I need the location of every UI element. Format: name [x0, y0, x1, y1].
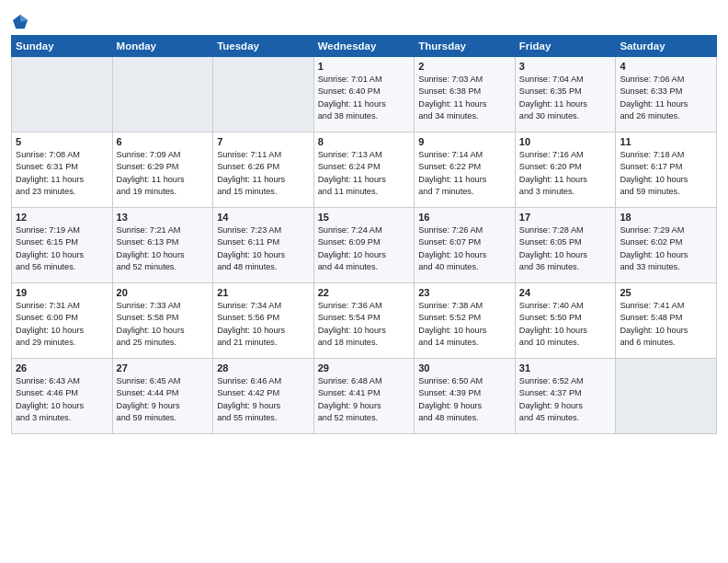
day-number: 25: [620, 287, 712, 298]
day-info: Sunrise: 7:31 AM Sunset: 6:00 PM Dayligh…: [16, 300, 108, 349]
day-info: Sunrise: 7:26 AM Sunset: 6:07 PM Dayligh…: [418, 224, 511, 273]
calendar-cell: 13Sunrise: 7:21 AM Sunset: 6:13 PM Dayli…: [112, 208, 213, 283]
weekday-header-thursday: Thursday: [415, 36, 516, 57]
day-number: 8: [318, 136, 411, 147]
day-info: Sunrise: 6:50 AM Sunset: 4:39 PM Dayligh…: [418, 375, 511, 424]
day-info: Sunrise: 6:43 AM Sunset: 4:46 PM Dayligh…: [16, 375, 108, 424]
day-info: Sunrise: 7:19 AM Sunset: 6:15 PM Dayligh…: [16, 224, 108, 273]
day-info: Sunrise: 7:23 AM Sunset: 6:11 PM Dayligh…: [217, 224, 310, 273]
day-info: Sunrise: 7:21 AM Sunset: 6:13 PM Dayligh…: [117, 224, 210, 273]
calendar-cell: 15Sunrise: 7:24 AM Sunset: 6:09 PM Dayli…: [313, 208, 415, 283]
day-number: 3: [519, 61, 612, 72]
calendar-cell: 19Sunrise: 7:31 AM Sunset: 6:00 PM Dayli…: [12, 283, 113, 359]
calendar-cell: 18Sunrise: 7:29 AM Sunset: 6:02 PM Dayli…: [616, 208, 717, 283]
calendar-cell: 9Sunrise: 7:14 AM Sunset: 6:22 PM Daylig…: [415, 132, 516, 208]
weekday-header-wednesday: Wednesday: [313, 36, 415, 57]
calendar-cell: 3Sunrise: 7:04 AM Sunset: 6:35 PM Daylig…: [515, 57, 616, 132]
day-number: 14: [217, 212, 310, 223]
calendar-cell: 11Sunrise: 7:18 AM Sunset: 6:17 PM Dayli…: [616, 132, 717, 208]
page-container: SundayMondayTuesdayWednesdayThursdayFrid…: [0, 0, 728, 442]
calendar-cell: 16Sunrise: 7:26 AM Sunset: 6:07 PM Dayli…: [415, 208, 516, 283]
calendar-cell: 26Sunrise: 6:43 AM Sunset: 4:46 PM Dayli…: [12, 359, 113, 434]
day-number: 31: [519, 362, 612, 373]
day-number: 19: [16, 287, 108, 298]
calendar-cell: 4Sunrise: 7:06 AM Sunset: 6:33 PM Daylig…: [616, 57, 717, 132]
day-number: 12: [16, 212, 108, 223]
logo: [11, 13, 32, 31]
day-number: 4: [620, 61, 712, 72]
day-info: Sunrise: 7:40 AM Sunset: 5:50 PM Dayligh…: [519, 300, 612, 349]
calendar-cell: 22Sunrise: 7:36 AM Sunset: 5:54 PM Dayli…: [313, 283, 415, 359]
day-info: Sunrise: 6:48 AM Sunset: 4:41 PM Dayligh…: [318, 375, 411, 424]
day-info: Sunrise: 7:04 AM Sunset: 6:35 PM Dayligh…: [519, 74, 612, 122]
header: [11, 9, 717, 31]
day-number: 24: [519, 287, 612, 298]
weekday-header-row: SundayMondayTuesdayWednesdayThursdayFrid…: [12, 36, 717, 57]
day-number: 5: [16, 136, 108, 147]
calendar-week-row: 19Sunrise: 7:31 AM Sunset: 6:00 PM Dayli…: [12, 283, 717, 359]
day-info: Sunrise: 7:06 AM Sunset: 6:33 PM Dayligh…: [620, 74, 712, 122]
day-number: 21: [217, 287, 310, 298]
day-info: Sunrise: 7:09 AM Sunset: 6:29 PM Dayligh…: [117, 149, 210, 198]
day-number: 13: [117, 212, 210, 223]
calendar-cell: 17Sunrise: 7:28 AM Sunset: 6:05 PM Dayli…: [515, 208, 616, 283]
day-info: Sunrise: 6:46 AM Sunset: 4:42 PM Dayligh…: [217, 375, 310, 424]
calendar-week-row: 5Sunrise: 7:08 AM Sunset: 6:31 PM Daylig…: [12, 132, 717, 208]
calendar-cell: 23Sunrise: 7:38 AM Sunset: 5:52 PM Dayli…: [415, 283, 516, 359]
calendar-cell: 25Sunrise: 7:41 AM Sunset: 5:48 PM Dayli…: [616, 283, 717, 359]
day-info: Sunrise: 6:52 AM Sunset: 4:37 PM Dayligh…: [519, 375, 612, 424]
day-number: 10: [519, 136, 612, 147]
calendar-cell: 8Sunrise: 7:13 AM Sunset: 6:24 PM Daylig…: [313, 132, 415, 208]
calendar-cell: 5Sunrise: 7:08 AM Sunset: 6:31 PM Daylig…: [12, 132, 113, 208]
day-info: Sunrise: 6:45 AM Sunset: 4:44 PM Dayligh…: [117, 375, 210, 424]
day-number: 17: [519, 212, 612, 223]
day-number: 7: [217, 136, 310, 147]
calendar-cell: 27Sunrise: 6:45 AM Sunset: 4:44 PM Dayli…: [112, 359, 213, 434]
day-number: 11: [620, 136, 712, 147]
day-info: Sunrise: 7:14 AM Sunset: 6:22 PM Dayligh…: [418, 149, 511, 198]
day-info: Sunrise: 7:16 AM Sunset: 6:20 PM Dayligh…: [519, 149, 612, 198]
calendar-cell: 20Sunrise: 7:33 AM Sunset: 5:58 PM Dayli…: [112, 283, 213, 359]
calendar-cell: 6Sunrise: 7:09 AM Sunset: 6:29 PM Daylig…: [112, 132, 213, 208]
calendar-week-row: 1Sunrise: 7:01 AM Sunset: 6:40 PM Daylig…: [12, 57, 717, 132]
day-number: 20: [117, 287, 210, 298]
day-number: 16: [418, 212, 511, 223]
day-number: 1: [318, 61, 411, 72]
calendar-cell: [213, 57, 314, 132]
day-number: 29: [318, 362, 411, 373]
day-number: 2: [418, 61, 511, 72]
calendar-cell: 28Sunrise: 6:46 AM Sunset: 4:42 PM Dayli…: [213, 359, 314, 434]
day-info: Sunrise: 7:41 AM Sunset: 5:48 PM Dayligh…: [620, 300, 712, 349]
day-info: Sunrise: 7:24 AM Sunset: 6:09 PM Dayligh…: [318, 224, 411, 273]
day-info: Sunrise: 7:36 AM Sunset: 5:54 PM Dayligh…: [318, 300, 411, 349]
calendar-cell: 31Sunrise: 6:52 AM Sunset: 4:37 PM Dayli…: [515, 359, 616, 434]
calendar-cell: 29Sunrise: 6:48 AM Sunset: 4:41 PM Dayli…: [313, 359, 415, 434]
day-info: Sunrise: 7:08 AM Sunset: 6:31 PM Dayligh…: [16, 149, 108, 198]
day-number: 26: [16, 362, 108, 373]
calendar-cell: 2Sunrise: 7:03 AM Sunset: 6:38 PM Daylig…: [415, 57, 516, 132]
day-info: Sunrise: 7:28 AM Sunset: 6:05 PM Dayligh…: [519, 224, 612, 273]
calendar-cell: 21Sunrise: 7:34 AM Sunset: 5:56 PM Dayli…: [213, 283, 314, 359]
day-info: Sunrise: 7:18 AM Sunset: 6:17 PM Dayligh…: [620, 149, 712, 198]
day-info: Sunrise: 7:03 AM Sunset: 6:38 PM Dayligh…: [418, 74, 511, 122]
calendar-cell: 30Sunrise: 6:50 AM Sunset: 4:39 PM Dayli…: [415, 359, 516, 434]
day-number: 28: [217, 362, 310, 373]
calendar-cell: [616, 359, 717, 434]
day-number: 23: [418, 287, 511, 298]
calendar-cell: 7Sunrise: 7:11 AM Sunset: 6:26 PM Daylig…: [213, 132, 314, 208]
day-number: 6: [117, 136, 210, 147]
weekday-header-friday: Friday: [515, 36, 616, 57]
calendar-cell: [112, 57, 213, 132]
day-info: Sunrise: 7:11 AM Sunset: 6:26 PM Dayligh…: [217, 149, 310, 198]
calendar-cell: 14Sunrise: 7:23 AM Sunset: 6:11 PM Dayli…: [213, 208, 314, 283]
logo-icon: [11, 13, 29, 31]
weekday-header-monday: Monday: [112, 36, 213, 57]
day-info: Sunrise: 7:38 AM Sunset: 5:52 PM Dayligh…: [418, 300, 511, 349]
day-info: Sunrise: 7:01 AM Sunset: 6:40 PM Dayligh…: [318, 74, 411, 122]
day-number: 27: [117, 362, 210, 373]
day-number: 15: [318, 212, 411, 223]
day-info: Sunrise: 7:29 AM Sunset: 6:02 PM Dayligh…: [620, 224, 712, 273]
day-number: 9: [418, 136, 511, 147]
day-info: Sunrise: 7:34 AM Sunset: 5:56 PM Dayligh…: [217, 300, 310, 349]
calendar-week-row: 12Sunrise: 7:19 AM Sunset: 6:15 PM Dayli…: [12, 208, 717, 283]
